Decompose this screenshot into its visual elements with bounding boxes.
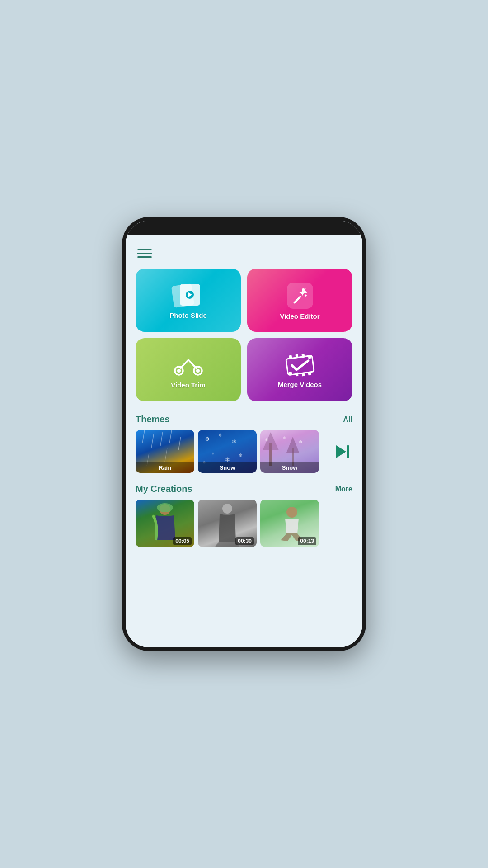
theme-item-snow1[interactable]: ❄ ❄ ❄ ❄ ❄ ❄ ❄ Snow	[198, 430, 257, 473]
scissors-icon	[173, 353, 204, 377]
themes-title: Themes	[136, 414, 170, 425]
snow2-label: Snow	[260, 462, 319, 473]
themes-row: Rain ❄ ❄ ❄ ❄ ❄ ❄ ❄ Snow	[136, 430, 352, 473]
hamburger-line-3	[137, 256, 152, 258]
video-editor-icon-container: ✦ ✦ ✦	[287, 283, 313, 309]
photo-slide-icon	[173, 283, 204, 308]
photo-slide-icon-container	[173, 283, 204, 308]
svg-rect-20	[301, 372, 305, 376]
svg-line-11	[181, 360, 188, 368]
video-editor-icon: ✦ ✦ ✦	[287, 283, 313, 309]
svg-line-12	[188, 360, 196, 368]
themes-next-button[interactable]	[333, 442, 352, 462]
svg-rect-17	[308, 354, 311, 359]
filmstrip-icon	[285, 354, 315, 377]
photo-page-front	[180, 284, 200, 306]
video-editor-label: Video Editor	[280, 312, 319, 320]
filmstrip-icon-container	[285, 354, 315, 377]
creation-3-duration: 00:13	[298, 537, 316, 545]
theme-item-rain[interactable]: Rain	[136, 430, 194, 473]
rain-label: Rain	[136, 462, 194, 473]
play-circle	[186, 291, 194, 299]
merge-videos-card[interactable]: Merge Videos	[247, 338, 352, 401]
hamburger-line-2	[137, 253, 152, 254]
creation-item-2[interactable]: 00:30	[198, 500, 257, 547]
svg-rect-16	[301, 354, 305, 358]
svg-rect-19	[295, 372, 298, 376]
creations-title: My Creations	[136, 484, 192, 494]
theme-item-snow2[interactable]: ❄ ❄ ❄ Snow	[260, 430, 319, 473]
video-trim-card[interactable]: Video Trim	[136, 338, 241, 401]
svg-rect-21	[308, 371, 311, 375]
creation-item-1[interactable]: 00:05	[136, 500, 194, 547]
scissors-icon-container	[173, 353, 204, 377]
svg-point-46	[286, 507, 297, 518]
svg-point-44	[157, 503, 173, 512]
creation-2-duration: 00:30	[235, 537, 254, 545]
phone-frame: Photo Slide ✦	[122, 217, 366, 651]
themes-all-link[interactable]: All	[343, 415, 352, 424]
snow1-label: Snow	[198, 462, 257, 473]
play-triangle	[188, 292, 192, 297]
next-icon-triangle	[336, 445, 346, 458]
hamburger-line-1	[137, 249, 152, 250]
hamburger-menu[interactable]	[136, 247, 154, 259]
themes-header: Themes All	[136, 414, 352, 425]
svg-rect-15	[295, 354, 298, 358]
svg-text:✦: ✦	[304, 293, 308, 298]
video-editor-card[interactable]: ✦ ✦ ✦ Video Editor	[247, 269, 352, 332]
merge-videos-label: Merge Videos	[278, 381, 322, 388]
video-trim-label: Video Trim	[171, 381, 205, 389]
svg-point-10	[196, 369, 200, 373]
status-bar	[126, 221, 362, 235]
phone-content: Photo Slide ✦	[126, 235, 362, 647]
svg-point-45	[222, 504, 232, 514]
creations-header: My Creations More	[136, 484, 352, 494]
creation-item-3[interactable]: 00:13	[260, 500, 319, 547]
photo-slide-card[interactable]: Photo Slide	[136, 269, 241, 332]
magic-wand-svg: ✦ ✦ ✦	[291, 286, 310, 305]
feature-grid: Photo Slide ✦	[136, 269, 352, 401]
svg-rect-18	[289, 371, 292, 375]
next-icon-bar	[347, 445, 349, 458]
creations-more-link[interactable]: More	[335, 485, 352, 493]
creations-row: 00:05 00:30	[136, 500, 352, 547]
svg-point-8	[177, 369, 181, 373]
svg-rect-14	[289, 355, 292, 359]
photo-slide-label: Photo Slide	[169, 311, 207, 319]
creation-1-duration: 00:05	[173, 537, 192, 545]
